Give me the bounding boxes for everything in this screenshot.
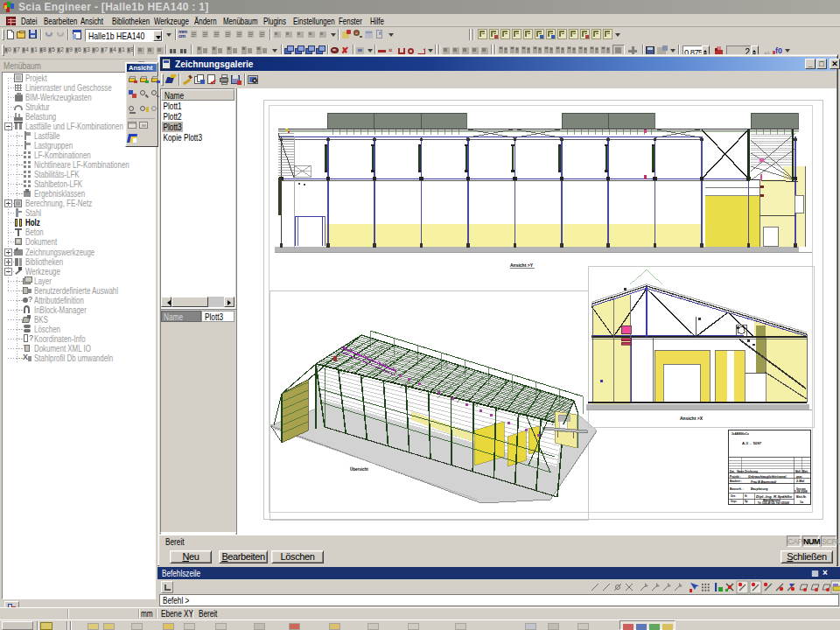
svg-text:Bauplanung: Bauplanung xyxy=(751,487,769,491)
svg-text:2-Mal: 2-Mal xyxy=(796,480,804,483)
svg-text:gepr.: gepr. xyxy=(796,475,802,479)
svg-text:Sp: Sp xyxy=(745,500,748,503)
svg-text:Maß., Blatt: Maß., Blatt xyxy=(795,470,808,473)
svg-text:Gez.: Gez. xyxy=(731,494,736,498)
svg-text:Gepr.: Gepr. xyxy=(731,500,737,503)
svg-text:Bauvorh. :: Bauvorh. : xyxy=(730,487,744,491)
svg-text:Gebrauchtauglichkeitsanal.: Gebrauchtauglichkeitsanal. xyxy=(748,475,787,479)
svg-text:Frau B.Baumstadt: Frau B.Baumstadt xyxy=(751,480,777,484)
svg-text:Übersicht: Übersicht xyxy=(350,466,368,472)
svg-text:Zeichnung: Zeichnung xyxy=(745,470,758,473)
svg-text:Blatt-Nr.: Blatt-Nr. xyxy=(796,495,807,499)
svg-text:St: St xyxy=(745,494,747,498)
svg-text:Dat. Name: Dat. Name xyxy=(730,470,745,473)
svg-text:Tel. 0355-48 555, Fax 0355681: Tel. 0355-48 555, Fax 0355681 xyxy=(758,501,790,505)
svg-text:Projekt :: Projekt : xyxy=(730,475,741,479)
svg-text:Ansicht >Y: Ansicht >Y xyxy=(510,262,534,268)
svg-text:Dipl.-Ing. R.Spählke: Dipl.-Ing. R.Spählke xyxy=(756,494,793,499)
svg-text:Bauherr :: Bauherr : xyxy=(730,480,742,483)
svg-text:5.09.2008: 5.09.2008 xyxy=(794,490,808,494)
svg-text:Ansicht >X: Ansicht >X xyxy=(680,416,704,421)
svg-text:A-3 - 5097: A-3 - 5097 xyxy=(742,441,762,445)
svg-text:3xABB96xCo: 3xABB96xCo xyxy=(732,432,749,436)
